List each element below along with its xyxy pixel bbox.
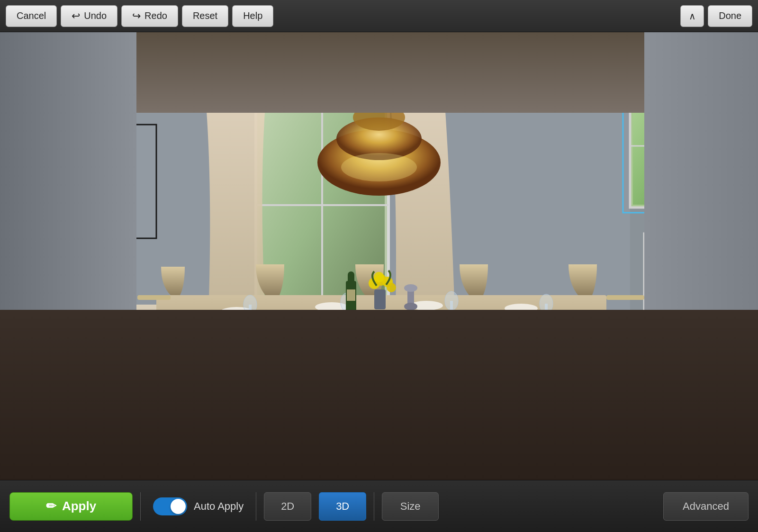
- floor: [0, 310, 758, 480]
- view-2d-button[interactable]: 2D: [264, 492, 311, 521]
- reset-button[interactable]: Reset: [182, 5, 228, 27]
- redo-label: Redo: [144, 10, 167, 21]
- toggle-knob: [171, 499, 186, 514]
- apply-label: Apply: [62, 499, 96, 514]
- view-3d-button[interactable]: 3D: [319, 492, 366, 521]
- undo-button[interactable]: ↩ Undo: [61, 5, 117, 27]
- divider-2: [256, 492, 256, 521]
- svg-rect-113: [348, 271, 354, 285]
- svg-rect-114: [347, 289, 355, 301]
- auto-apply-label: Auto Apply: [194, 500, 244, 513]
- help-button[interactable]: Help: [232, 5, 273, 27]
- view-2d-label: 2D: [281, 500, 294, 513]
- svg-point-123: [404, 303, 417, 310]
- svg-point-51: [341, 153, 417, 181]
- collapse-button[interactable]: ∧: [680, 5, 704, 27]
- collapse-icon: ∧: [689, 10, 696, 22]
- undo-label: Undo: [84, 10, 107, 21]
- cancel-button[interactable]: Cancel: [6, 5, 57, 27]
- bottom-toolbar: ✏ Apply Auto Apply 2D 3D Size Advanced: [0, 480, 758, 532]
- top-toolbar: Cancel ↩ Undo ↪ Redo Reset Help ∧ Done: [0, 0, 758, 32]
- view-3d-label: 3D: [336, 500, 349, 513]
- svg-point-109: [445, 291, 458, 310]
- undo-icon: ↩: [72, 10, 80, 22]
- apply-button[interactable]: ✏ Apply: [9, 492, 133, 521]
- redo-button[interactable]: ↪ Redo: [121, 5, 178, 27]
- reset-label: Reset: [193, 10, 217, 21]
- advanced-button[interactable]: Advanced: [663, 492, 749, 521]
- help-label: Help: [243, 10, 262, 21]
- svg-point-119: [387, 283, 396, 292]
- paint-icon: ✏: [46, 499, 56, 514]
- cancel-label: Cancel: [17, 10, 46, 21]
- svg-rect-115: [374, 289, 386, 309]
- done-label: Done: [719, 10, 741, 21]
- auto-apply-toggle[interactable]: [153, 497, 187, 515]
- advanced-label: Advanced: [683, 500, 729, 513]
- svg-point-122: [404, 284, 417, 292]
- redo-icon: ↪: [132, 10, 141, 22]
- svg-point-120: [374, 272, 384, 282]
- done-button[interactable]: Done: [708, 5, 752, 27]
- size-label: Size: [400, 500, 421, 513]
- divider-1: [140, 492, 141, 521]
- room-viewport[interactable]: [0, 32, 758, 480]
- svg-rect-93: [137, 295, 171, 300]
- divider-3: [374, 492, 374, 521]
- svg-rect-94: [606, 295, 644, 300]
- size-button[interactable]: Size: [382, 492, 439, 521]
- auto-apply-section: Auto Apply: [148, 497, 248, 515]
- room-scene: [0, 32, 758, 480]
